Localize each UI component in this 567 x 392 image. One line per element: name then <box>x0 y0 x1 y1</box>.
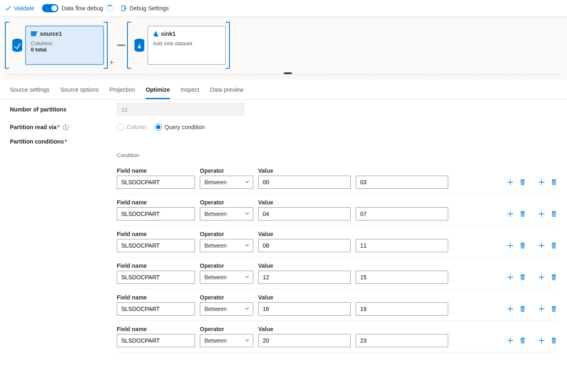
toolbar: Validate Data flow debug Debug Settings <box>0 0 567 17</box>
chevron-down-icon <box>245 337 250 344</box>
delete-condition-button[interactable] <box>551 337 557 345</box>
add-condition-button[interactable] <box>538 274 545 282</box>
radio-column[interactable]: Column <box>117 123 146 131</box>
debug-settings-button[interactable]: Debug Settings <box>120 5 169 12</box>
resize-handle[interactable] <box>5 74 562 75</box>
azure-icon <box>153 31 159 37</box>
tab-source-options[interactable]: Source options <box>60 85 99 99</box>
field-name-label: Field name <box>117 231 195 237</box>
chevron-down-icon <box>245 306 250 312</box>
value-from-input[interactable] <box>258 271 351 284</box>
chevron-down-icon <box>245 274 250 281</box>
condition-row: Field name Operator Between Value <box>117 226 557 257</box>
delete-condition-button[interactable] <box>551 211 557 218</box>
field-name-input[interactable] <box>117 302 195 315</box>
debug-settings-label: Debug Settings <box>130 5 169 12</box>
delete-condition-button[interactable] <box>551 179 557 187</box>
field-name-label: Field name <box>117 167 195 174</box>
condition-row: Field name Operator Between Value <box>117 162 557 194</box>
add-condition-button[interactable] <box>538 179 545 187</box>
tab-source-settings[interactable]: Source settings <box>10 85 50 99</box>
tab-optimize[interactable]: Optimize <box>146 85 170 99</box>
delete-inner-button[interactable] <box>519 211 526 218</box>
add-step-button[interactable]: + <box>108 58 116 69</box>
delete-condition-button[interactable] <box>551 242 557 250</box>
value-label: Value <box>258 167 448 174</box>
value-label: Value <box>258 231 448 237</box>
delete-inner-button[interactable] <box>519 179 526 187</box>
value-from-input[interactable] <box>258 207 351 220</box>
add-inner-button[interactable] <box>507 242 514 250</box>
operator-select[interactable]: Between <box>200 176 253 189</box>
source-db-icon <box>9 26 25 65</box>
sink-node[interactable]: sink1 Add sink dataset <box>148 26 226 65</box>
value-from-input[interactable] <box>258 239 351 252</box>
value-to-input[interactable] <box>356 334 448 347</box>
toggle-switch-icon <box>42 4 58 12</box>
sink-db-icon <box>131 26 148 65</box>
add-condition-button[interactable] <box>538 306 545 313</box>
operator-select[interactable]: Between <box>200 302 253 315</box>
field-name-input[interactable] <box>117 271 195 284</box>
validate-button[interactable]: Validate <box>5 5 35 12</box>
value-to-input[interactable] <box>356 302 448 315</box>
field-name-input[interactable] <box>117 239 195 252</box>
add-inner-button[interactable] <box>507 274 514 282</box>
chevron-down-icon <box>245 242 250 249</box>
condition-row: Field name Operator Between Value <box>117 257 557 289</box>
value-to-input[interactable] <box>356 271 448 284</box>
value-from-input[interactable] <box>258 176 351 189</box>
validate-label: Validate <box>14 5 35 12</box>
operator-label: Operator <box>200 326 253 332</box>
chevron-down-icon <box>245 179 250 186</box>
value-label: Value <box>258 262 448 269</box>
radio-query-condition[interactable]: Query condition <box>155 123 205 131</box>
delete-inner-button[interactable] <box>519 306 526 313</box>
source-columns-label: Columns: <box>31 40 98 46</box>
debug-toggle[interactable]: Data flow debug <box>42 4 113 12</box>
value-to-input[interactable] <box>356 207 448 220</box>
value-from-input[interactable] <box>258 302 351 315</box>
field-name-input[interactable] <box>117 207 195 220</box>
tab-data-preview[interactable]: Data preview <box>210 85 243 99</box>
value-label: Value <box>258 199 448 206</box>
tab-projection[interactable]: Projection <box>109 85 135 99</box>
delete-condition-button[interactable] <box>551 274 557 282</box>
sink-subtitle: Add sink dataset <box>153 40 220 46</box>
add-condition-button[interactable] <box>538 337 545 345</box>
value-to-input[interactable] <box>356 239 448 252</box>
delete-inner-button[interactable] <box>519 242 526 250</box>
value-to-input[interactable] <box>356 176 448 189</box>
info-icon[interactable]: i <box>63 125 69 130</box>
operator-label: Operator <box>200 231 253 237</box>
add-inner-button[interactable] <box>507 179 514 187</box>
tab-bar: Source settingsSource optionsProjectionO… <box>0 80 567 100</box>
add-condition-button[interactable] <box>538 211 545 218</box>
value-from-input[interactable] <box>258 334 351 347</box>
num-partitions-label: Number of partitions <box>10 106 117 113</box>
tab-inspect[interactable]: Inspect <box>181 85 199 99</box>
operator-select[interactable]: Between <box>200 239 253 252</box>
partition-read-label: Partition read via* i <box>10 124 117 131</box>
num-partitions-input <box>117 103 244 116</box>
operator-select[interactable]: Between <box>200 334 253 347</box>
add-inner-button[interactable] <box>507 211 514 218</box>
source-node[interactable]: source1 Columns: 0 total <box>25 26 104 65</box>
operator-select[interactable]: Between <box>200 207 253 220</box>
delete-inner-button[interactable] <box>519 274 526 282</box>
add-condition-button[interactable] <box>538 242 545 250</box>
add-inner-button[interactable] <box>507 306 514 313</box>
condition-row: Field name Operator Between Value <box>117 194 557 226</box>
add-inner-button[interactable] <box>507 337 514 345</box>
field-name-input[interactable] <box>117 334 195 347</box>
debug-toggle-label: Data flow debug <box>62 5 103 12</box>
field-name-label: Field name <box>117 199 195 206</box>
delete-inner-button[interactable] <box>519 337 526 345</box>
field-name-label: Field name <box>117 262 195 269</box>
operator-select[interactable]: Between <box>200 271 253 284</box>
field-name-input[interactable] <box>117 176 195 189</box>
delete-condition-button[interactable] <box>551 306 557 313</box>
condition-header: Condition <box>117 152 557 158</box>
chevron-down-icon <box>245 211 250 217</box>
settings-export-icon <box>120 5 127 12</box>
